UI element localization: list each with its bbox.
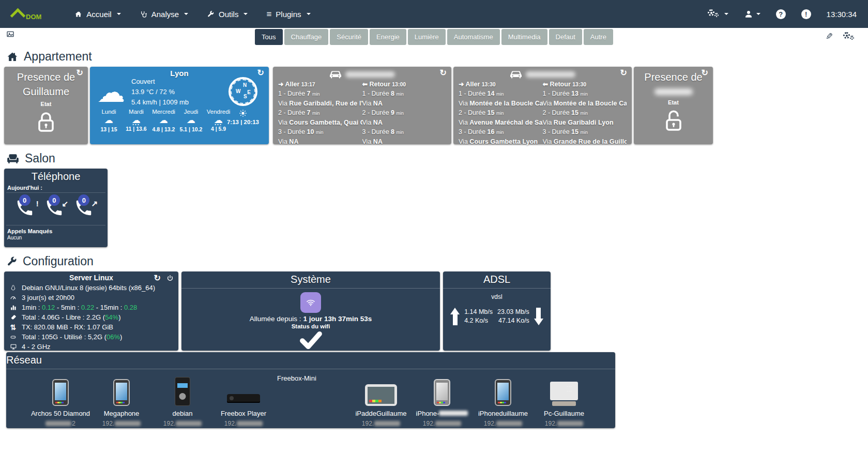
tab-autre[interactable]: Autre — [584, 29, 613, 45]
day-temps: 5.1 | 10.2 — [180, 126, 203, 132]
widget-adsl: ADSL vdsl 1.14 Mb/s 4.2 Ko/s 23.03 Mb/s … — [443, 271, 551, 351]
menu-accueil[interactable]: Accueil — [65, 0, 130, 28]
forecast-day: Mardi ☁••• 11 | 13.6 — [123, 108, 150, 133]
day-temps: 4 | 5.9 — [211, 126, 226, 132]
widget-reseau: Réseau Freebox-Mini Archos 50 Diamond 2 … — [6, 352, 615, 428]
tab-defaut[interactable]: Defaut — [549, 29, 582, 45]
server-os-row: Debian GNU/Linux 8 (jessie) 64bits (x86_… — [9, 283, 174, 293]
tab-securite[interactable]: Sécurité — [330, 29, 368, 45]
sofa-icon — [6, 153, 20, 164]
state-label: Etat — [634, 99, 713, 105]
wind-compass: N W E S 7:13 | 20:13 — [223, 77, 263, 125]
uptime-value: 1 jour 13h 37min 53s — [303, 315, 372, 323]
route-duration: 1 - Durée — [459, 90, 485, 97]
widget-title: ADSL — [443, 271, 551, 289]
brand-chevron-icon — [11, 7, 24, 20]
settop-box-icon — [227, 394, 260, 402]
day-name: Mercredi — [152, 109, 175, 115]
divider — [6, 225, 105, 225]
configuration-widgets: Server Linux ↻ Debian GNU/Linux 8 (jessi… — [4, 271, 868, 351]
refresh-icon[interactable]: ↻ — [440, 69, 447, 77]
menu-plugins[interactable]: ≡ Plugins — [257, 0, 319, 28]
aller-time: 13:17 — [301, 81, 315, 87]
sun-icon — [239, 109, 247, 117]
server-uptime-row: 3 jour(s) et 20h00 — [9, 293, 174, 303]
server-os: Debian GNU/Linux 8 (jessie) 64bits (x86_… — [22, 283, 155, 293]
section-salon-label: Salon — [25, 152, 55, 165]
route-via: Cours Gambetta, Quai Cl — [289, 119, 362, 126]
main-menu: Accueil Analyse Outils ≡ Plugins — [65, 0, 319, 28]
help-icon[interactable]: ? — [776, 9, 786, 19]
refresh-icon[interactable]: ↻ — [77, 69, 83, 77]
compass-icon: N W E S — [229, 77, 257, 106]
device-ip: 192. — [102, 420, 114, 427]
lock-closed-icon — [4, 110, 88, 135]
menu-outils[interactable]: Outils — [197, 0, 257, 28]
device-name: Megaphone — [91, 410, 152, 418]
ip-redacted — [115, 421, 141, 426]
server-cpu: 4 - 2 GHz — [22, 342, 51, 352]
refresh-icon[interactable]: ↻ — [154, 274, 161, 282]
settings-menu[interactable] — [708, 9, 728, 19]
user-menu[interactable] — [744, 9, 760, 19]
ip-redacted — [374, 421, 400, 426]
refresh-icon[interactable]: ↻ — [620, 69, 627, 77]
image-icon[interactable] — [6, 30, 14, 38]
server-cpu-row: 4 - 2 GHz — [9, 342, 174, 352]
power-icon[interactable] — [166, 275, 174, 282]
edit-pencil-icon[interactable]: ✎ — [826, 31, 833, 42]
device-name: Freebox Player — [213, 410, 274, 418]
missed-call-icon: 0 ! — [15, 198, 38, 221]
device-name: debian — [152, 410, 213, 418]
tab-energie[interactable]: Energie — [370, 29, 406, 45]
ip-redacted — [237, 421, 263, 426]
call-counters: 0 ! 0 ↙ 0 ↗ — [4, 193, 108, 225]
alerts-icon[interactable]: ! — [801, 9, 811, 19]
device-ip: 192. — [545, 420, 557, 427]
route-duration: 3 - Durée — [543, 128, 570, 135]
day-name: Mardi — [129, 109, 144, 115]
page-settings-icon[interactable] — [843, 32, 857, 42]
exclamation-mark: ! — [36, 199, 39, 208]
forecast-day: Lundi ☁ 13 | 15 — [95, 108, 123, 133]
jeedom-logo[interactable]: DOM — [11, 7, 41, 21]
refresh-icon[interactable]: ↻ — [257, 69, 264, 77]
upload-speeds: 1.14 Mb/s 4.2 Ko/s — [464, 308, 493, 325]
gauge-icon — [9, 294, 18, 301]
server-network: TX: 820.08 MiB - RX: 1.07 GiB — [22, 322, 113, 332]
widget-telephone: Téléphone Aujourd'hui : 0 ! 0 ↙ 0 ↗ Appe… — [4, 169, 108, 247]
arrow-right-icon: ➜ — [278, 81, 283, 88]
tab-chauffage[interactable]: Chauffage — [284, 29, 329, 45]
compass-w: W — [236, 88, 240, 94]
navbar: DOM Accueil Analyse Outils ≡ Plugins — [0, 0, 868, 28]
route-via: Cours Gambetta Lyon — [469, 138, 538, 145]
tab-tous[interactable]: Tous — [255, 29, 282, 45]
uptime-label: Allumée depuis : — [250, 315, 303, 323]
up-rate: 1.14 Mb/s — [464, 308, 493, 316]
device-megaphone: Megaphone 192. — [91, 376, 152, 427]
menu-analyse-label: Analyse — [151, 10, 179, 19]
tab-multimedia[interactable]: Multimedia — [501, 29, 547, 45]
smartphone-icon — [113, 379, 130, 406]
tab-automatisme[interactable]: Automatisme — [447, 29, 500, 45]
device-name: iPaddeGuillaume — [351, 410, 412, 418]
retour-label: Retour — [369, 81, 390, 88]
desktop-pc-icon — [550, 382, 578, 406]
outgoing-call-icon: 0 ↗ — [74, 198, 97, 221]
refresh-icon[interactable]: ↻ — [702, 69, 708, 77]
tab-lumiere[interactable]: Lumière — [408, 29, 446, 45]
ip-redacted — [45, 421, 71, 426]
device-ip: 192. — [163, 420, 175, 427]
menu-analyse[interactable]: Analyse — [130, 0, 197, 28]
menu-outils-label: Outils — [219, 10, 238, 19]
chart-icon — [9, 304, 18, 311]
day-temps: 13 | 15 — [100, 126, 117, 132]
route-duration: 2 - Durée — [362, 109, 389, 116]
server-load-row: 1min : 0.12 - 5min : 0.22 - 15min : 0.28 — [9, 303, 174, 312]
via-label: Via — [278, 138, 287, 145]
route-via: Avenue Maréchal de Sax — [469, 119, 542, 126]
route-via: Montée de la Boucle Cal — [554, 100, 627, 107]
wifi-icon — [300, 292, 321, 313]
widget-trajet-1: ↻ ➜ Aller 13:17 1 - Durée 7 min Via Rue … — [273, 67, 451, 144]
home-icon — [74, 10, 82, 18]
